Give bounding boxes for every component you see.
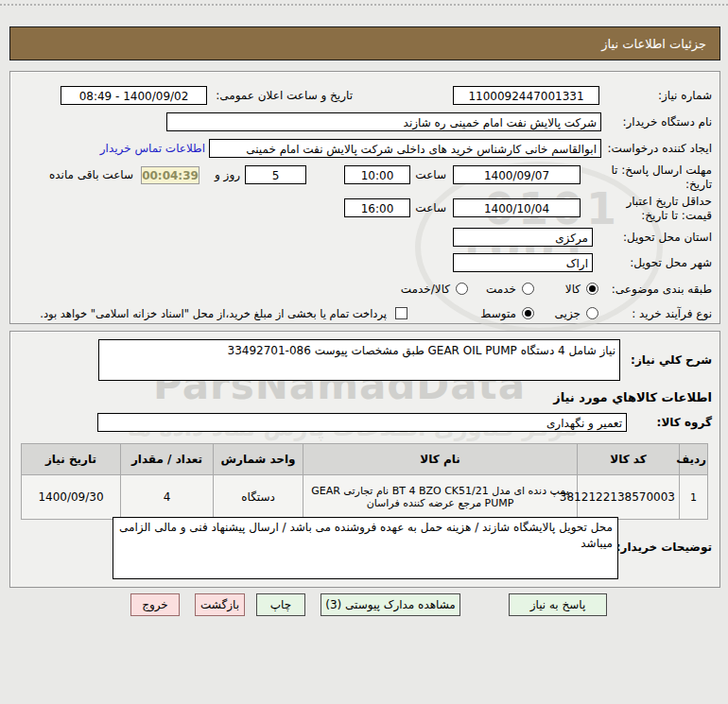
need-number-field[interactable]: 1100092447001331 xyxy=(453,86,599,105)
announce-datetime-label: تاریخ و ساعت اعلان عمومی: xyxy=(216,86,353,105)
reply-deadline-label: مهلت ارسال پاسخ: تا تاریخ: xyxy=(606,163,712,192)
table-row: 1 3812122138570003 پمپ دنده ای مدل BT 4 … xyxy=(22,475,708,520)
col-header-quantity: تعداد / مقدار xyxy=(121,444,214,475)
request-creator-label: ایجاد کننده درخواست: xyxy=(607,139,712,158)
goods-info-panel: ParsNamadData مرکز فناوری اطلاعات پارس ن… xyxy=(9,331,720,588)
buyer-contact-link[interactable]: اطلاعات تماس خریدار xyxy=(100,139,205,158)
delivery-city-field[interactable]: اراک xyxy=(453,253,593,272)
cell-goods-code: 3812122138570003 xyxy=(578,475,680,520)
treasury-payment-checkbox[interactable] xyxy=(395,307,407,319)
radio-service[interactable] xyxy=(522,283,534,295)
exit-button[interactable]: خروج xyxy=(130,593,180,616)
col-header-need-date: تاریخ نیاز xyxy=(22,444,121,475)
need-description-field[interactable]: نیاز شامل 4 دستگاه GEAR OIL PUMP طبق مشخ… xyxy=(98,339,620,381)
delivery-city-label: شهر محل تحویل: xyxy=(630,253,712,272)
col-header-goods-code: کد کالا xyxy=(578,444,680,475)
page-title-bar: جزئیات اطلاعات نیاز xyxy=(9,26,720,60)
radio-medium[interactable] xyxy=(522,307,534,319)
price-validity-time-field[interactable]: 16:00 xyxy=(344,198,410,217)
radio-goods-label: کالا xyxy=(565,280,581,299)
col-header-unit: واحد شمارش xyxy=(214,444,303,475)
cell-need-date: 1400/09/30 xyxy=(22,475,121,520)
countdown-timer: 00:04:39 xyxy=(141,166,199,184)
buyer-notes-field[interactable]: محل تحویل پالایشگاه شازند / هزینه حمل به… xyxy=(113,517,618,579)
cell-unit: دستگاه xyxy=(214,475,303,520)
purchase-type-label: نوع فرآیند خرید : xyxy=(632,304,712,323)
radio-goods[interactable] xyxy=(586,283,598,295)
cell-quantity: 4 xyxy=(121,475,214,520)
radio-medium-label: متوسط xyxy=(480,304,516,323)
price-validity-date-field[interactable]: 1400/10/04 xyxy=(453,198,581,217)
price-validity-label: حداقل تاریخ اعتبار قیمت: تا تاریخ: xyxy=(600,195,712,223)
treasury-payment-label: پرداخت تمام یا بخشی از مبلغ خرید،از محل … xyxy=(40,304,387,323)
buyer-notes-label: توضیحات خریدار: xyxy=(616,538,712,557)
time-remaining-label: ساعت باقی مانده xyxy=(49,165,133,184)
reply-deadline-days-field[interactable]: 5 xyxy=(245,165,306,184)
col-header-row-number: ردیف xyxy=(680,444,708,475)
delivery-province-field[interactable]: مرکزی xyxy=(453,228,593,247)
goods-info-header: اطلاعات کالاهاي مورد نیاز xyxy=(553,388,712,407)
price-validity-hour-label: ساعت xyxy=(415,198,446,217)
reply-deadline-time-field[interactable]: 10:00 xyxy=(344,165,410,184)
request-creator-field[interactable]: ابوالقاسم خانی کارشناس خرید های داخلی شر… xyxy=(209,139,601,158)
goods-table: ردیف کد کالا نام کالا واحد شمارش تعداد /… xyxy=(21,443,708,520)
goods-table-header-row: ردیف کد کالا نام کالا واحد شمارش تعداد /… xyxy=(22,444,708,475)
radio-service-label: خدمت xyxy=(486,280,516,299)
goods-group-field[interactable]: تعمیر و نگهداری xyxy=(97,413,627,432)
reply-deadline-date-field[interactable]: 1400/09/07 xyxy=(453,165,581,184)
reply-deadline-hour-label: ساعت xyxy=(415,165,446,184)
top-dotted-divider xyxy=(0,4,728,6)
cell-row-number: 1 xyxy=(680,475,708,520)
days-and-label: روز و xyxy=(215,165,240,184)
announce-datetime-field[interactable]: 1400/09/02 - 08:49 xyxy=(61,86,207,105)
delivery-province-label: استان محل تحویل: xyxy=(623,228,712,247)
reply-to-need-button[interactable]: پاسخ به نیاز xyxy=(509,593,607,616)
print-button[interactable]: چاپ xyxy=(256,593,305,616)
radio-partial-label: جزیی xyxy=(555,304,581,323)
need-number-label: شماره نیاز: xyxy=(658,86,712,105)
buyer-org-field[interactable]: شرکت پالایش نفت امام خمینی ره شازند xyxy=(166,112,601,131)
classification-label: طبقه بندی موضوعی: xyxy=(612,280,712,299)
goods-group-label: گروه کالا: xyxy=(657,413,712,432)
view-attached-docs-button[interactable]: مشاهده مدارک پیوستی (3) xyxy=(321,593,460,616)
page-title: جزئیات اطلاعات نیاز xyxy=(601,37,706,51)
radio-partial[interactable] xyxy=(586,307,598,319)
buyer-org-label: نام دستگاه خریدار: xyxy=(623,112,713,131)
need-info-panel: 0101 1001 شماره نیاز: 1100092447001331 ت… xyxy=(9,71,720,324)
cell-goods-name: پمپ دنده ای مدل BT 4 BZO CK51/21 نام تجا… xyxy=(303,475,578,520)
col-header-goods-name: نام کالا xyxy=(303,444,578,475)
back-button[interactable]: بازگشت xyxy=(195,593,245,616)
radio-goods-service[interactable] xyxy=(456,283,468,295)
need-description-label: شرح کلي نیاز: xyxy=(631,351,712,369)
radio-goods-service-label: کالا/خدمت xyxy=(401,280,450,299)
